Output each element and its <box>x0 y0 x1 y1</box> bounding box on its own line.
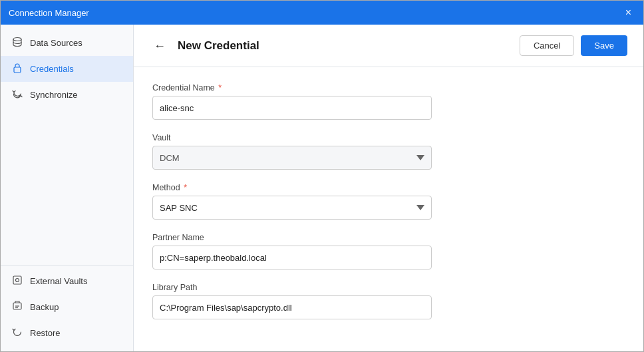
sidebar-label-synchronize: Synchronize <box>30 90 78 100</box>
credential-name-group: Credential Name * <box>152 83 625 120</box>
sidebar-bottom: External Vaults Backup <box>1 265 133 346</box>
method-label: Method * <box>152 183 625 192</box>
library-path-group: Library Path <box>152 283 625 319</box>
title-bar: Connection Manager × <box>1 1 643 25</box>
library-path-label: Library Path <box>152 283 625 292</box>
sidebar-label-external-vaults: External Vaults <box>30 276 87 286</box>
window-title: Connection Manager <box>9 8 89 18</box>
sidebar-item-synchronize[interactable]: Synchronize <box>1 82 133 108</box>
credential-name-label: Credential Name * <box>152 83 625 92</box>
lock-icon <box>11 63 23 75</box>
sidebar-item-data-sources[interactable]: Data Sources <box>1 30 133 56</box>
close-button[interactable]: × <box>621 6 635 19</box>
partner-name-input[interactable] <box>152 246 432 269</box>
header-left: ← New Credential <box>150 39 259 53</box>
save-button[interactable]: Save <box>581 35 627 56</box>
sidebar-item-external-vaults[interactable]: External Vaults <box>1 268 133 294</box>
svg-point-0 <box>13 38 21 41</box>
connection-manager-window: Connection Manager × Data Sources <box>0 0 644 352</box>
content-header: ← New Credential Cancel Save <box>134 25 643 67</box>
svg-point-3 <box>16 279 19 282</box>
sidebar-top: Data Sources Credentials <box>1 30 133 265</box>
restore-icon <box>11 327 23 339</box>
vault-group: Vault DCM <box>152 133 625 170</box>
svg-rect-2 <box>13 276 21 284</box>
back-button[interactable]: ← <box>150 39 170 53</box>
backup-icon <box>11 301 23 313</box>
sidebar-label-credentials: Credentials <box>30 64 74 74</box>
vault-icon <box>11 275 23 287</box>
partner-name-group: Partner Name <box>152 233 625 269</box>
vault-label: Vault <box>152 133 625 142</box>
svg-rect-1 <box>14 67 21 73</box>
page-title: New Credential <box>178 39 259 53</box>
content-area: ← New Credential Cancel Save Credential … <box>134 25 643 351</box>
partner-name-label: Partner Name <box>152 233 625 242</box>
method-select[interactable]: SAP SNC <box>152 196 432 220</box>
vault-select[interactable]: DCM <box>152 146 432 170</box>
method-required-star: * <box>184 183 187 192</box>
sidebar-item-credentials[interactable]: Credentials <box>1 56 133 82</box>
header-actions: Cancel Save <box>520 35 627 56</box>
sidebar-label-data-sources: Data Sources <box>30 38 82 48</box>
main-layout: Data Sources Credentials <box>1 25 643 351</box>
database-icon <box>11 37 23 49</box>
library-path-input[interactable] <box>152 295 432 319</box>
sidebar-label-restore: Restore <box>30 328 61 338</box>
method-group: Method * SAP SNC <box>152 183 625 220</box>
credential-name-input[interactable] <box>152 96 432 120</box>
sync-icon <box>11 88 23 101</box>
sidebar-label-backup: Backup <box>30 302 59 312</box>
sidebar-item-restore[interactable]: Restore <box>1 320 133 346</box>
sidebar: Data Sources Credentials <box>1 25 134 351</box>
cancel-button[interactable]: Cancel <box>520 35 574 56</box>
form-body: Credential Name * Vault DCM Method * <box>134 67 643 351</box>
sidebar-item-backup[interactable]: Backup <box>1 294 133 320</box>
required-star: * <box>218 83 222 92</box>
